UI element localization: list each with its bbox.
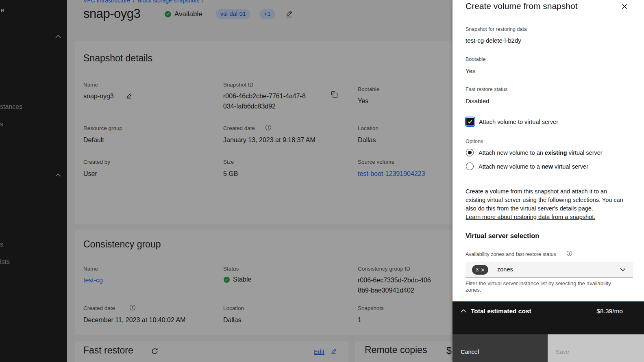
remote-copies-partial-text: $ [446, 345, 452, 356]
field-label: Snapshot for restoring data [466, 26, 527, 32]
total-cost-value: $8.39/mo [596, 308, 623, 315]
consistency-group-id-line2: 8b9-bae30941d402 [358, 287, 414, 294]
cancel-button-label: Cancel [461, 349, 479, 355]
tag-close-icon[interactable] [481, 268, 485, 272]
field-label: Snapshot ID [223, 82, 253, 88]
sidebar-item-instances[interactable]: stances [0, 103, 22, 111]
zones-helper-text: Filter the virtual server instance list … [466, 280, 627, 293]
cost-bar-accent-border [453, 301, 644, 302]
renew-icon[interactable] [151, 347, 159, 355]
attach-volume-checkbox[interactable] [466, 118, 474, 126]
cg-location-value: Dallas [223, 316, 241, 324]
edit-name-button[interactable] [125, 93, 133, 100]
radio-attach-new[interactable] [466, 163, 474, 170]
chevron-up-icon[interactable] [461, 309, 466, 313]
field-label: Location [358, 125, 379, 131]
consistency-group-id-line1: r006-6ec7335d-2bdc-406 [358, 277, 431, 284]
fast-restore-edit-link[interactable]: Edit [314, 348, 324, 355]
total-cost-bar[interactable]: Total estimated cost $8.39/mo [453, 302, 644, 334]
pencil-icon[interactable] [330, 348, 337, 355]
label-text: virtual server [567, 150, 603, 156]
chevron-up-icon[interactable] [55, 35, 61, 39]
field-label: Source volume [358, 159, 394, 165]
breadcrumb: VPC Infrastructure/Block storage snapsho… [83, 0, 207, 4]
options-group-label: Options [466, 139, 483, 144]
field-label: Snapshots [358, 305, 384, 311]
cancel-button[interactable]: Cancel [453, 334, 548, 362]
status-badge: Available [164, 10, 202, 18]
snapshot-details-title: Snapshot details [83, 53, 152, 64]
breadcrumb-separator: / [130, 0, 137, 4]
created-by-value: User [83, 170, 97, 178]
consistency-group-name-link[interactable]: test-cg [83, 277, 103, 284]
breadcrumb-link-vpc-infrastructure[interactable]: VPC Infrastructure [83, 0, 130, 4]
dropdown-selected-text: zones [497, 266, 513, 273]
label-text: Attach new volume to a [479, 163, 542, 170]
edit-tags-button[interactable] [285, 10, 293, 18]
field-label: Location [223, 305, 244, 311]
info-icon[interactable] [129, 304, 136, 311]
panel-fast-restore-value: Disabled [466, 98, 489, 104]
resource-group-value: Default [83, 137, 104, 144]
attach-volume-checkbox-label[interactable]: Attach volume to virtual server [479, 118, 558, 126]
save-button-label: Save [556, 349, 569, 355]
info-icon[interactable] [566, 250, 572, 256]
field-label: Resource group [83, 125, 122, 131]
status-label: Stable [233, 276, 251, 283]
sidebar-item[interactable]: s [0, 241, 3, 248]
tag-count: 3 [476, 267, 479, 273]
radio-attach-existing[interactable] [466, 149, 474, 156]
field-label: Created date [223, 125, 255, 131]
snapshot-id-value-line2: 034-fafb6dc83d92 [223, 103, 276, 110]
copy-snapshot-id-button[interactable] [331, 91, 338, 98]
remote-copies-title: Remote copies [365, 345, 427, 355]
field-label: Status [223, 266, 239, 272]
checkmark-icon [468, 119, 473, 124]
check-circle-icon [164, 11, 172, 18]
label-bold-text: new [542, 163, 553, 170]
learn-more-link[interactable]: Learn more about restoring data from a s… [466, 213, 595, 221]
sidebar-divider [0, 23, 67, 23]
field-label: Bootable [466, 56, 485, 62]
radio-attach-existing-label[interactable]: Attach new volume to an existing virtual… [479, 149, 603, 157]
left-nav-sidebar: e stances s s ists [0, 0, 67, 362]
radio-attach-new-label[interactable]: Attach new volume to a new virtual serve… [479, 163, 588, 171]
total-cost-label: Total estimated cost [471, 308, 531, 315]
tag-overflow-count[interactable]: +1 [259, 9, 275, 19]
field-label: Size [223, 159, 234, 165]
edit-link-label: Edit [314, 348, 324, 355]
cg-created-date-value: December 11, 2023 at 10:40:02 AM [83, 316, 185, 324]
breadcrumb-separator: / [200, 0, 207, 4]
sidebar-header-fragment: e [1, 7, 4, 13]
label-text: virtual server [553, 163, 588, 170]
sidebar-item[interactable]: s [0, 121, 3, 128]
create-volume-side-panel: Create volume from snapshot Snapshot for… [453, 0, 644, 362]
screen: e stances s s ists VPC Infrastructure/Bl… [0, 0, 644, 362]
zones-multiselect-dropdown[interactable]: 3 zones [466, 262, 633, 278]
copy-icon [331, 91, 338, 98]
breadcrumb-link-block-storage-snapshots[interactable]: Block storage snapshots [137, 0, 200, 4]
sidebar-item-lists[interactable]: ists [0, 258, 10, 266]
info-icon[interactable] [265, 124, 272, 131]
panel-description: Create a volume from this snapshot and a… [466, 187, 625, 213]
panel-title: Create volume from snapshot [466, 1, 577, 11]
field-label: Created by [83, 159, 110, 165]
check-circle-icon [223, 276, 230, 283]
field-label: Consistency group ID [358, 266, 410, 272]
location-value: Dallas [358, 137, 376, 144]
consistency-group-title: Consistency group [83, 239, 161, 250]
chevron-up-icon[interactable] [55, 173, 61, 177]
size-value: 5 GB [223, 170, 238, 178]
source-volume-link[interactable]: test-boot-12391904223 [358, 170, 425, 178]
zones-filter-tag[interactable]: 3 [472, 265, 488, 275]
snapshot-details-card [75, 41, 459, 224]
consistency-group-status: Stable [223, 276, 251, 283]
pencil-icon [285, 10, 293, 18]
virtual-server-selection-heading: Virtual server selection [466, 232, 539, 240]
save-button[interactable]: Save [548, 334, 644, 362]
panel-bootable-value: Yes [466, 67, 475, 74]
field-label: Name [83, 266, 98, 272]
chevron-down-icon [620, 268, 626, 271]
tag-vsi-dal-01[interactable]: vsi-dal-01 [216, 9, 250, 19]
close-icon[interactable] [621, 1, 632, 12]
